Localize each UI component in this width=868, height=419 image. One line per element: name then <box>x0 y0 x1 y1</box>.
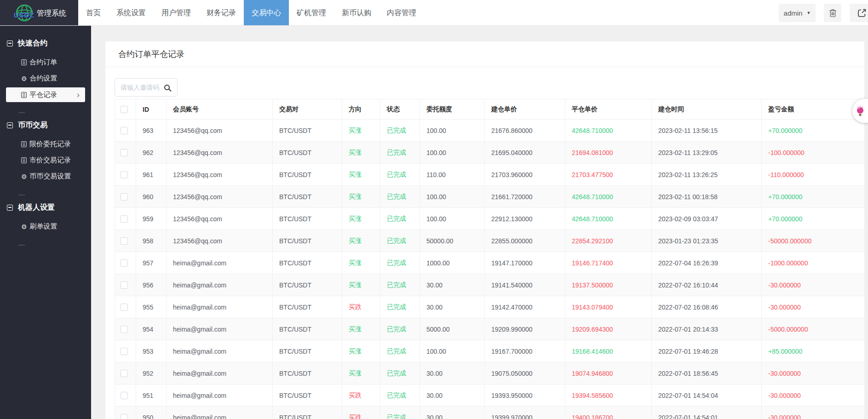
cell-open-time: 2022-07-01 19:46:28 <box>652 340 762 362</box>
sidebar-item[interactable]: 合约订单 › <box>6 54 85 70</box>
sidebar-section-items: ⚙ 刷单设置 › <box>0 218 91 235</box>
cell-direction: 买涨 <box>342 142 380 164</box>
cell-close-price: 19143.079400 <box>565 296 652 318</box>
row-checkbox[interactable] <box>121 348 128 355</box>
row-checkbox[interactable] <box>121 326 128 333</box>
cell-account: heima@gmail.com <box>167 407 273 419</box>
cell-status: 已完成 <box>380 340 420 362</box>
row-checkbox[interactable] <box>121 237 128 245</box>
cell-status: 已完成 <box>380 120 420 142</box>
cell-direction: 买跌 <box>342 407 380 419</box>
user-menu-button[interactable]: admin ▼ <box>779 4 816 22</box>
cell-close-price: 19209.694300 <box>565 318 652 340</box>
cell-account: 123456@qq.com <box>167 120 273 142</box>
row-checkbox[interactable] <box>121 392 128 399</box>
invite-code-search <box>115 78 178 97</box>
cell-amount: 100.00 <box>420 142 485 164</box>
cell-open-price: 19209.990000 <box>485 318 565 340</box>
row-checkbox[interactable] <box>121 127 128 134</box>
row-checkbox[interactable] <box>121 304 128 311</box>
sidebar-section-header[interactable]: 机器人设置 <box>0 200 91 215</box>
cell-id: 955 <box>136 296 167 318</box>
cell-pair: BTC/USDT <box>273 230 342 252</box>
cell-account: heima@gmail.com <box>167 340 273 362</box>
cell-amount: 30.00 <box>420 274 485 296</box>
top-navbar: USDZ 管理系统 首页 系统设置 用户管理 财务记录 交易中心 矿机管理 新币… <box>0 0 868 26</box>
cell-open-price: 22855.000000 <box>485 230 565 252</box>
cell-direction: 买涨 <box>342 274 380 296</box>
sidebar-item-label: 币币交易设置 <box>30 172 71 181</box>
cell-status: 已完成 <box>380 164 420 186</box>
search-icon[interactable] <box>164 85 170 90</box>
sidebar-section-header[interactable]: 快速合约 <box>0 36 91 51</box>
cell-open-time: 2023-02-11 13:29:05 <box>652 142 762 164</box>
cell-close-price: 21694.081000 <box>565 142 652 164</box>
cell-account: heima@gmail.com <box>167 252 273 274</box>
sidebar-item[interactable]: ⚙ 币币交易设置 › <box>6 168 85 184</box>
sidebar-item[interactable]: 平仓记录 › <box>6 87 85 102</box>
cell-open-price: 19142.470000 <box>485 296 565 318</box>
list-icon <box>21 141 27 147</box>
column-header-account: 会员账号 <box>167 99 273 120</box>
cell-id: 959 <box>136 208 167 230</box>
row-checkbox[interactable] <box>121 193 128 201</box>
cell-direction: 买涨 <box>342 120 380 142</box>
sidebar-item[interactable]: ⚙ 合约设置 › <box>6 70 85 86</box>
column-header-select <box>115 99 136 120</box>
table-row: 954 heima@gmail.com BTC/USDT 买涨 已完成 5000… <box>115 318 865 340</box>
column-header-close-price: 平仓单价 <box>565 99 652 120</box>
row-checkbox[interactable] <box>121 370 128 377</box>
sidebar-item-label: 合约设置 <box>30 74 57 83</box>
row-checkbox[interactable] <box>121 215 128 223</box>
nav-item-3[interactable]: 用户管理 <box>154 0 199 25</box>
cell-direction: 买涨 <box>342 186 380 208</box>
cell-open-price: 21676.860000 <box>485 120 565 142</box>
nav-item-2[interactable]: 系统设置 <box>109 0 154 25</box>
cell-account: heima@gmail.com <box>167 385 273 407</box>
table-row: 950 heima@gmail.com BTC/USDT 买跌 已完成 30.0… <box>115 407 865 419</box>
row-checkbox[interactable] <box>121 281 128 289</box>
cell-amount: 1000.00 <box>420 252 485 274</box>
cell-pnl: +70.000000 <box>762 120 865 142</box>
table-row: 963 123456@qq.com BTC/USDT 买涨 已完成 100.00… <box>115 120 865 142</box>
cell-account: heima@gmail.com <box>167 296 273 318</box>
row-checkbox[interactable] <box>121 171 128 178</box>
cell-close-price: 19074.946800 <box>565 362 652 385</box>
cell-id: 951 <box>136 385 167 407</box>
cell-id: 950 <box>136 407 167 419</box>
nav-item-4[interactable]: 财务记录 <box>199 0 244 25</box>
row-checkbox[interactable] <box>121 259 128 267</box>
search-input[interactable] <box>115 83 164 92</box>
row-checkbox[interactable] <box>121 414 128 419</box>
nav-item-8[interactable]: 内容管理 <box>379 0 424 25</box>
nav-item-5[interactable]: 交易中心 <box>244 0 289 25</box>
sidebar-item-label: 合约订单 <box>29 58 57 67</box>
page-title: 合约订单平仓记录 <box>105 41 864 67</box>
sidebar-item[interactable]: ⚙ 刷单设置 › <box>6 218 85 235</box>
cell-close-price: 42648.710000 <box>565 186 652 208</box>
sidebar-section-title: 币币交易 <box>18 121 47 130</box>
nav-item-7[interactable]: 新币认购 <box>334 0 379 25</box>
cell-direction: 买涨 <box>342 164 380 186</box>
app-logo: USDZ 管理系统 <box>0 0 78 25</box>
cell-pair: BTC/USDT <box>273 296 342 318</box>
sidebar-item[interactable]: 市价交易记录 › <box>6 152 85 168</box>
table-row: 959 123456@qq.com BTC/USDT 买涨 已完成 100.00… <box>115 208 865 230</box>
row-checkbox[interactable] <box>121 149 128 156</box>
nav-item-label: 财务记录 <box>207 9 236 17</box>
sidebar-section-header[interactable]: 币币交易 <box>0 118 91 132</box>
cell-open-price: 19167.700000 <box>485 340 565 362</box>
collapse-minus-icon <box>7 205 13 211</box>
sidebar-item-label: 限价委托记录 <box>29 140 71 149</box>
cell-open-time: 2022-07-04 16:26:39 <box>652 252 762 274</box>
logout-button[interactable] <box>850 4 868 22</box>
trash-button[interactable] <box>824 4 841 22</box>
nav-item-1[interactable]: 首页 <box>78 0 109 25</box>
column-header-pair: 交易对 <box>273 99 342 120</box>
nav-item-6[interactable]: 矿机管理 <box>289 0 334 25</box>
cell-pair: BTC/USDT <box>273 164 342 186</box>
sidebar-item[interactable]: 限价委托记录 › <box>6 136 85 152</box>
select-all-checkbox[interactable] <box>121 106 128 113</box>
cell-pnl: +85.000000 <box>762 340 865 362</box>
cell-pnl: -30.000000 <box>762 296 865 318</box>
